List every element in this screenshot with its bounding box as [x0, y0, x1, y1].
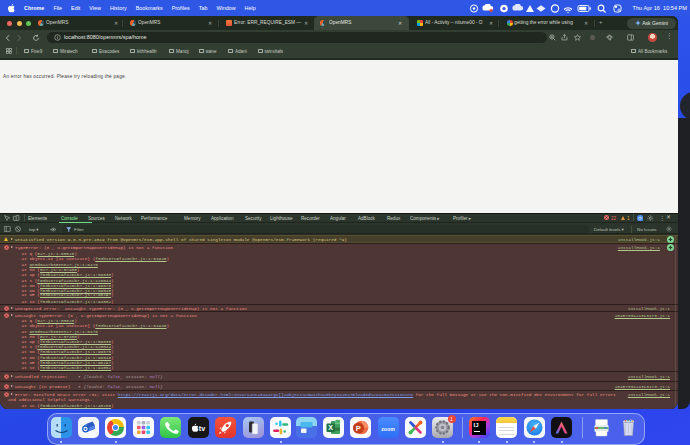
svg-text:X: X: [328, 424, 333, 431]
svg-text:tv: tv: [198, 424, 204, 433]
svg-text:P: P: [356, 424, 361, 433]
